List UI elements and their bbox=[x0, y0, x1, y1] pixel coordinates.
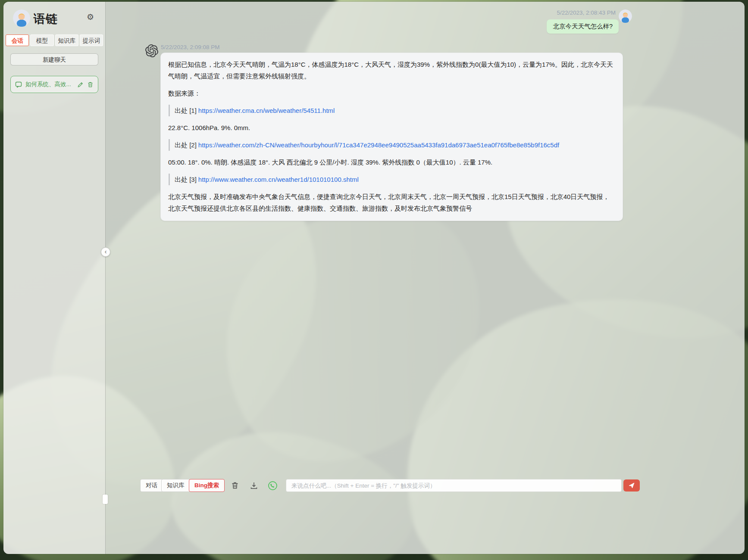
clear-trash-icon[interactable] bbox=[231, 481, 240, 491]
source-link-2[interactable]: https://weather.com/zh-CN/weather/hourby… bbox=[198, 141, 559, 149]
chat-list-item[interactable]: 如何系统、高效... bbox=[10, 76, 98, 93]
send-button[interactable] bbox=[623, 479, 640, 492]
assistant-paragraph: 北京天气预报，及时准确发布中央气象台天气信息，便捷查询北京今日天气，北京周末天气… bbox=[168, 191, 615, 214]
paper-plane-icon bbox=[628, 482, 635, 489]
user-avatar bbox=[13, 9, 30, 27]
tab-models[interactable]: 模型 bbox=[30, 34, 53, 46]
scrollbar-thumb[interactable] bbox=[103, 495, 108, 504]
user-message-bubble: 北京今天天气怎么样? bbox=[547, 19, 619, 34]
input-toolbar: 对话 知识库 Bing搜索 bbox=[106, 479, 745, 493]
sidebar-header: 语链 ⚙ bbox=[3, 9, 105, 29]
assistant-paragraph: 根据已知信息，北京今天天气晴朗，气温为18°C，体感温度为18°C，大风天气，湿… bbox=[168, 59, 615, 82]
assistant-message-bubble: 根据已知信息，北京今天天气晴朗，气温为18°C，体感温度为18°C，大风天气，湿… bbox=[160, 53, 623, 221]
chat-item-title: 如何系统、高效... bbox=[25, 81, 74, 88]
desktop: 语链 ⚙ 会话 模型 知识库 提示词 新建聊天 如何系统、高效... bbox=[0, 0, 748, 560]
settings-gear-icon[interactable]: ⚙ bbox=[87, 13, 94, 21]
assistant-message-timestamp: 5/22/2023, 2:09:08 PM bbox=[161, 44, 220, 50]
source-quote-3: 出处 [3]http://www.weather.com.cn/weather1… bbox=[169, 174, 615, 185]
user-message-timestamp: 5/22/2023, 2:08:43 PM bbox=[557, 9, 616, 16]
app-title: 语链 bbox=[34, 11, 58, 27]
user-avatar bbox=[619, 9, 632, 23]
mode-chat-button[interactable]: 对话 bbox=[140, 479, 163, 492]
message-input[interactable] bbox=[286, 479, 622, 492]
chat-bubble-icon bbox=[15, 81, 22, 88]
app-window: 语链 ⚙ 会话 模型 知识库 提示词 新建聊天 如何系统、高效... bbox=[3, 2, 745, 554]
tab-prompts[interactable]: 提示词 bbox=[80, 34, 103, 46]
source-link-1[interactable]: https://weather.cma.cn/web/weather/54511… bbox=[198, 107, 335, 114]
assistant-detail: 05:00. 18°. 0%. 晴朗. 体感温度 18°. 大风 西北偏北 9 … bbox=[168, 156, 615, 168]
export-download-icon[interactable] bbox=[250, 481, 259, 491]
source-label: 出处 [2] bbox=[175, 141, 197, 149]
whatsapp-phone-icon[interactable] bbox=[268, 481, 278, 491]
source-quote-2: 出处 [2]https://weather.com/zh-CN/weather/… bbox=[169, 139, 615, 151]
source-link-3[interactable]: http://www.weather.com.cn/weather1d/1010… bbox=[198, 176, 359, 183]
chat-area: 5/22/2023, 2:08:43 PM 北京今天天气怎么样? 5/22/20… bbox=[106, 2, 745, 554]
assistant-sources-label: 数据来源： bbox=[168, 87, 615, 99]
assistant-openai-avatar bbox=[145, 44, 158, 57]
source-label: 出处 [3] bbox=[175, 176, 197, 183]
source-quote-1: 出处 [1]https://weather.cma.cn/web/weather… bbox=[169, 105, 615, 116]
sidebar-collapse-button[interactable]: ‹ bbox=[101, 247, 110, 257]
delete-trash-icon[interactable] bbox=[87, 81, 94, 88]
tab-conversations[interactable]: 会话 bbox=[6, 34, 29, 46]
edit-pencil-icon[interactable] bbox=[77, 81, 84, 88]
tab-knowledge-base[interactable]: 知识库 bbox=[55, 34, 78, 46]
source-label: 出处 [1] bbox=[175, 107, 197, 114]
sidebar-tabs: 会话 模型 知识库 提示词 bbox=[6, 34, 103, 46]
assistant-detail: 22.8°C. 1006hPa. 9%. 0mm. bbox=[168, 122, 615, 134]
sidebar: 语链 ⚙ 会话 模型 知识库 提示词 新建聊天 如何系统、高效... bbox=[3, 2, 106, 554]
mode-bing-search-button[interactable]: Bing搜索 bbox=[189, 479, 225, 492]
new-chat-button[interactable]: 新建聊天 bbox=[10, 53, 98, 65]
mode-knowledge-base-button[interactable]: 知识库 bbox=[161, 479, 190, 492]
